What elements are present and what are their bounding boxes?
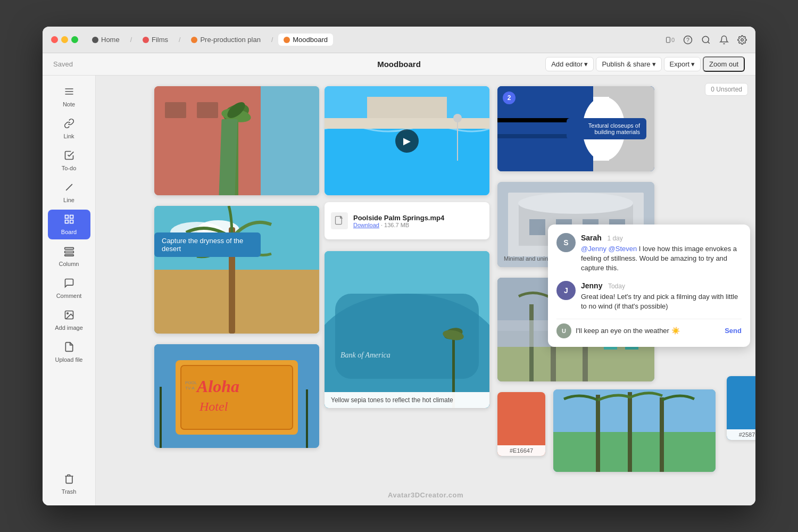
main-content: Note Link To-do Line [43,76,755,505]
todo-icon [64,150,74,163]
sidebar-item-link[interactable]: Link [48,114,90,144]
svg-rect-30 [367,97,447,118]
tab-dot-home [92,37,98,43]
chat-content-jenny: Jenny Today Great idea! Let's try and pi… [581,281,742,311]
note-icon [64,86,74,99]
video-file-icon [331,212,348,229]
svg-text:POOL: POOL [185,380,197,385]
card-desert-palm[interactable]: Capture the dryness of the desert [154,206,319,334]
card-pool-video[interactable]: ▶ [325,86,489,195]
chat-input[interactable] [576,327,720,335]
sidebar-item-comment[interactable]: Comment [48,273,90,303]
footer-watermark: Avatar3DCreator.com [388,491,463,499]
sidebar-item-todo[interactable]: To-do [48,146,90,176]
video-info-text: Poolside Palm Springs.mp4 Download · 136… [353,214,444,228]
avatar-jenny: J [556,281,576,300]
svg-rect-14 [64,247,73,249]
menubar: Saved Moodboard Add editor ▾ Publish & s… [43,53,755,76]
add-image-icon [64,310,74,323]
sidebar-item-upload-file[interactable]: Upload file [48,337,90,367]
line-icon [64,182,74,195]
zoom-out-button[interactable]: Zoom out [703,56,745,72]
svg-text:?: ? [686,36,689,43]
bell-icon[interactable] [719,35,729,45]
trash-icon [64,473,74,487]
close-button[interactable] [51,36,58,43]
svg-line-4 [708,41,709,43]
tab-preproduction[interactable]: Pre-production plan [186,34,265,46]
svg-point-69 [518,193,633,214]
card-palms-bottom[interactable] [553,389,716,472]
add-editor-button[interactable]: Add editor ▾ [545,57,594,71]
sidebar: Note Link To-do Line [43,76,96,505]
avatar-current-user: U [556,323,571,338]
sidebar-item-line[interactable]: Line [48,178,90,207]
svg-rect-57 [160,387,162,448]
tab-dot-preproduction [191,37,197,43]
chat-content-sarah: Sarah 1 day @Jenny @Steven I love how th… [581,233,742,273]
svg-rect-52 [181,365,293,429]
maximize-button[interactable] [71,36,78,43]
chat-panel: S Sarah 1 day @Jenny @Steven I love how … [548,225,750,347]
card-video-file-info[interactable]: Poolside Palm Springs.mp4 Download · 136… [325,202,489,239]
titlebar: Home / Films / Pre-production plan / Moo… [43,27,755,53]
desert-palm-image: Capture the dryness of the desert [154,206,319,334]
column-icon [64,246,74,259]
link-icon [64,118,74,131]
svg-rect-85 [596,395,600,472]
svg-point-32 [453,114,462,122]
settings-icon[interactable] [737,35,747,45]
traffic-lights [51,36,78,43]
send-button[interactable]: Send [725,327,742,335]
svg-rect-16 [64,255,73,256]
card-pink-building[interactable] [154,86,319,195]
board-icon [64,214,74,227]
svg-rect-29 [325,118,489,129]
tab-films[interactable]: Films [137,34,173,46]
play-button[interactable]: ▶ [395,129,419,153]
svg-point-18 [66,313,68,314]
download-link[interactable]: Download [353,222,379,228]
card-blue-curved-building[interactable]: Bank of America Yellow sepia tones to re… [325,251,489,408]
svg-rect-22 [197,102,218,118]
svg-rect-76 [497,347,654,381]
svg-rect-84 [553,432,716,472]
chat-message-jenny: J Jenny Today Great idea! Let's try and … [556,281,742,311]
canvas: 0 Unsorted [96,76,755,505]
search-icon[interactable] [701,35,711,45]
saved-status: Saved [53,60,73,68]
card-aloha-hotel[interactable]: Aloha Hotel POOL TV·A [154,344,319,448]
svg-rect-86 [628,392,632,472]
trash-button[interactable]: Trash [56,469,82,499]
unsorted-badge: 0 Unsorted [705,83,748,96]
help-icon[interactable]: ? [683,35,693,45]
sidebar-item-add-image[interactable]: Add image [48,305,90,335]
svg-point-5 [741,38,744,41]
publish-share-button[interactable]: Publish & share ▾ [596,57,661,71]
sidebar-item-board[interactable]: Board [48,210,90,239]
card-arch-building[interactable]: Textural closeups of building materials … [497,86,654,171]
svg-rect-15 [64,251,73,253]
svg-rect-39 [154,270,319,334]
swatch-blue: #2587C8 [727,376,755,440]
export-button[interactable]: Export ▾ [664,57,701,71]
palms-bottom-image [553,389,716,472]
chat-input-area: U Send [556,319,742,338]
swatch-orange-label: #E16647 [497,445,545,456]
svg-line-9 [66,184,72,190]
page-title: Moodboard [377,60,421,69]
sidebar-item-column[interactable]: Column [48,242,90,271]
tab-moodboard[interactable]: Moodboard [278,34,333,46]
sarah-message-body: @Jenny @Steven I love how this image env… [581,244,742,273]
svg-rect-10 [65,215,68,219]
pink-building-image [154,86,319,195]
svg-text:Aloha: Aloha [196,377,239,396]
minimize-button[interactable] [61,36,68,43]
svg-rect-0 [666,37,670,43]
sidebar-item-note[interactable]: Note [48,82,90,112]
tab-home[interactable]: Home [87,34,125,46]
jenny-message-body: Great idea! Let's try and pick a filming… [581,292,742,311]
comment-icon [64,278,74,291]
svg-text:TV·A: TV·A [185,386,195,390]
phone-icon[interactable]: 0 [665,35,675,45]
